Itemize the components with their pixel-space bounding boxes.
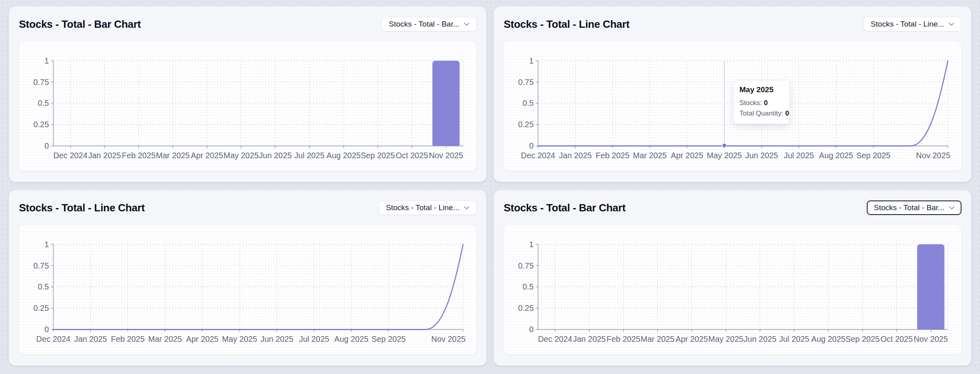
svg-text:Mar 2025: Mar 2025 (641, 335, 675, 343)
svg-text:Mar 2025: Mar 2025 (148, 335, 182, 343)
svg-text:0.25: 0.25 (518, 304, 534, 312)
svg-text:0: 0 (529, 325, 534, 334)
svg-text:Nov 2025: Nov 2025 (914, 335, 948, 343)
chart-select-dropdown[interactable]: Stocks - Total - Bar... (382, 17, 477, 31)
chart-card: 00.250.50.751Dec 2024Jan 2025Feb 2025Mar… (503, 41, 961, 171)
panel-header: Stocks - Total - Bar Chart Stocks - Tota… (494, 190, 971, 214)
svg-text:Jun 2025: Jun 2025 (260, 335, 293, 343)
svg-text:Dec 2024: Dec 2024 (521, 151, 555, 160)
svg-text:Nov 2025: Nov 2025 (429, 151, 463, 160)
chart-select-dropdown[interactable]: Stocks - Total - Line... (379, 200, 477, 215)
svg-text:Dec 2024: Dec 2024 (53, 151, 87, 160)
svg-text:Jan 2025: Jan 2025 (559, 151, 592, 160)
svg-text:Jun 2025: Jun 2025 (745, 151, 778, 160)
svg-text:Sep 2025: Sep 2025 (361, 151, 395, 160)
svg-text:Apr 2025: Apr 2025 (671, 151, 703, 160)
dropdown-label: Stocks - Total - Line... (871, 20, 944, 29)
svg-text:Jun 2025: Jun 2025 (743, 335, 777, 343)
dropdown-label: Stocks - Total - Bar... (389, 20, 459, 29)
svg-text:Jul 2025: Jul 2025 (299, 335, 329, 343)
svg-text:0.25: 0.25 (518, 120, 534, 129)
svg-text:Feb 2025: Feb 2025 (111, 335, 145, 343)
svg-text:Nov 2025: Nov 2025 (916, 151, 950, 160)
svg-text:1: 1 (44, 56, 49, 65)
svg-text:0.75: 0.75 (33, 261, 49, 270)
dashboard-grid: Stocks - Total - Bar Chart Stocks - Tota… (0, 0, 980, 374)
svg-text:Feb 2025: Feb 2025 (596, 151, 629, 160)
svg-text:0.5: 0.5 (523, 282, 534, 291)
svg-text:Feb 2025: Feb 2025 (122, 151, 156, 160)
svg-text:Mar 2025: Mar 2025 (633, 151, 667, 160)
svg-text:Dec 2024: Dec 2024 (36, 335, 71, 343)
svg-text:Oct 2025: Oct 2025 (880, 335, 913, 343)
svg-text:Nov 2025: Nov 2025 (431, 335, 465, 343)
panel-top-left-bar-chart: Stocks - Total - Bar Chart Stocks - Tota… (9, 6, 486, 182)
panel-header: Stocks - Total - Line Chart Stocks - Tot… (494, 6, 971, 31)
panel-top-right-line-chart: Stocks - Total - Line Chart Stocks - Tot… (494, 6, 971, 182)
panel-bottom-right-bar-chart: Stocks - Total - Bar Chart Stocks - Tota… (494, 190, 971, 366)
svg-text:Dec 2024: Dec 2024 (538, 335, 572, 343)
svg-text:Aug 2025: Aug 2025 (326, 151, 361, 160)
svg-text:Jul 2025: Jul 2025 (784, 151, 814, 160)
chart-title: Stocks - Total - Line Chart (19, 202, 145, 214)
svg-text:0.25: 0.25 (33, 304, 49, 312)
svg-text:Oct 2025: Oct 2025 (396, 151, 428, 160)
bar-chart[interactable]: 00.250.50.751Dec 2024Jan 2025Feb 2025Mar… (19, 41, 476, 171)
chart-title: Stocks - Total - Bar Chart (504, 202, 625, 214)
dropdown-label: Stocks - Total - Bar... (874, 203, 945, 212)
chart-title: Stocks - Total - Line Chart (504, 18, 629, 31)
dropdown-label: Stocks - Total - Line... (386, 203, 459, 212)
chevron-down-icon (464, 206, 469, 210)
svg-text:0.5: 0.5 (523, 99, 534, 107)
chart-card: 00.250.50.751Dec 2024Jan 2025Feb 2025Mar… (19, 224, 477, 355)
svg-text:May 2025: May 2025 (224, 151, 259, 160)
panel-header: Stocks - Total - Line Chart Stocks - Tot… (9, 190, 486, 214)
svg-text:0.75: 0.75 (518, 261, 534, 270)
svg-text:0.25: 0.25 (33, 120, 49, 129)
svg-text:Apr 2025: Apr 2025 (191, 151, 223, 160)
svg-text:Jul 2025: Jul 2025 (294, 151, 324, 160)
svg-text:Jul 2025: Jul 2025 (779, 335, 809, 343)
panel-bottom-left-line-chart: Stocks - Total - Line Chart Stocks - Tot… (9, 190, 486, 366)
chart-select-dropdown[interactable]: Stocks - Total - Line... (864, 17, 961, 31)
svg-text:Jun 2025: Jun 2025 (259, 151, 292, 160)
chevron-down-icon (464, 23, 469, 26)
svg-text:May 2025: May 2025 (707, 151, 742, 160)
svg-text:1: 1 (529, 56, 534, 65)
svg-text:1: 1 (529, 240, 534, 249)
svg-text:Apr 2025: Apr 2025 (675, 335, 708, 343)
svg-text:Apr 2025: Apr 2025 (186, 335, 218, 343)
svg-text:0: 0 (529, 141, 534, 150)
svg-text:Sep 2025: Sep 2025 (856, 151, 891, 160)
chevron-down-icon (949, 23, 954, 26)
chart-select-dropdown-focused[interactable]: Stocks - Total - Bar... (867, 200, 961, 215)
bar-chart[interactable]: 00.250.50.751Dec 2024Jan 2025Feb 2025Mar… (504, 225, 961, 354)
svg-text:0.5: 0.5 (38, 99, 49, 107)
panel-header: Stocks - Total - Bar Chart Stocks - Tota… (9, 6, 486, 31)
svg-text:0.75: 0.75 (33, 78, 49, 87)
chevron-down-icon (949, 206, 955, 210)
svg-text:0: 0 (44, 141, 49, 150)
svg-text:May 2025: May 2025 (708, 335, 743, 343)
chart-card: 00.250.50.751Dec 2024Jan 2025Feb 2025Mar… (503, 224, 961, 355)
svg-text:0: 0 (44, 325, 49, 334)
line-chart[interactable]: 00.250.50.751Dec 2024Jan 2025Feb 2025Mar… (504, 41, 961, 171)
line-chart[interactable]: 00.250.50.751Dec 2024Jan 2025Feb 2025Mar… (19, 225, 476, 354)
svg-text:Aug 2025: Aug 2025 (819, 151, 853, 160)
svg-text:Jan 2025: Jan 2025 (573, 335, 606, 343)
svg-text:Sep 2025: Sep 2025 (845, 335, 880, 343)
svg-text:Aug 2025: Aug 2025 (334, 335, 368, 343)
svg-text:Feb 2025: Feb 2025 (606, 335, 640, 343)
chart-card: 00.250.50.751Dec 2024Jan 2025Feb 2025Mar… (19, 41, 477, 171)
svg-text:May 2025: May 2025 (222, 335, 257, 343)
svg-text:Aug 2025: Aug 2025 (811, 335, 845, 343)
svg-text:Mar 2025: Mar 2025 (156, 151, 190, 160)
svg-text:0.75: 0.75 (518, 78, 534, 87)
svg-text:Sep 2025: Sep 2025 (372, 335, 406, 343)
svg-text:0.5: 0.5 (38, 282, 49, 291)
svg-text:Jan 2025: Jan 2025 (74, 335, 107, 343)
svg-text:Jan 2025: Jan 2025 (88, 151, 121, 160)
chart-title: Stocks - Total - Bar Chart (19, 18, 141, 31)
svg-text:1: 1 (44, 240, 49, 249)
